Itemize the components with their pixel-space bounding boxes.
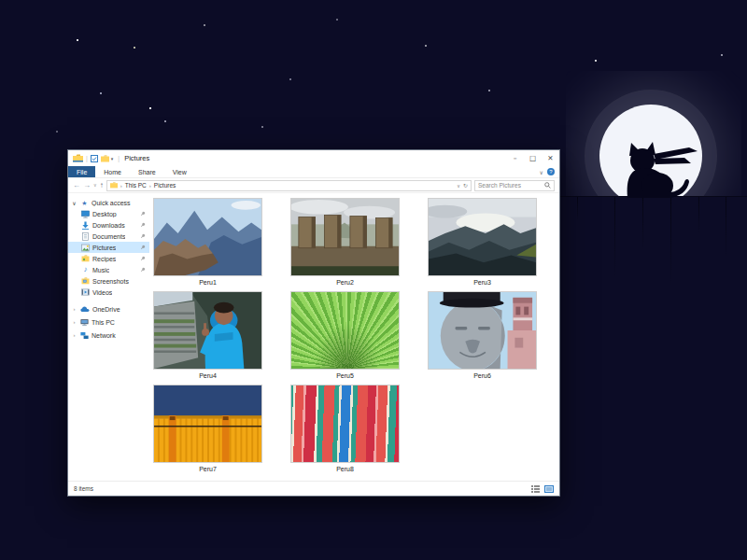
file-thumbnail-peru4 (153, 291, 262, 370)
sidebar-item-quick-access[interactable]: ∨ ★ Quick access (68, 197, 149, 208)
chevron-right-icon[interactable]: › (71, 319, 78, 325)
maximize-button[interactable]: □ (524, 150, 542, 166)
file-name: Peru2 (290, 278, 400, 287)
file-thumbnail-peru6 (428, 291, 537, 370)
this-pc-icon (80, 318, 89, 327)
minimize-button[interactable]: – (506, 150, 524, 166)
recipes-folder-icon (81, 255, 90, 262)
music-note-icon: ♪ (81, 266, 90, 273)
file-thumbnail-peru7 (153, 385, 262, 463)
quick-access-star-icon: ★ (80, 200, 89, 206)
file-name: Peru7 (153, 465, 262, 473)
address-dropdown-icon[interactable]: ∨ (457, 183, 460, 189)
sidebar-item-pictures[interactable]: Pictures (68, 242, 149, 253)
divider: | (86, 155, 88, 161)
breadcrumb-separator: › (120, 183, 122, 189)
properties-icon[interactable] (91, 155, 98, 162)
sidebar-item-music[interactable]: ♪ Music (68, 264, 149, 275)
chevron-right-icon[interactable]: › (71, 332, 78, 338)
sidebar-item-downloads[interactable]: Downloads (68, 219, 149, 231)
tab-home[interactable]: Home (95, 166, 130, 177)
file-name: Peru5 (290, 371, 400, 380)
new-folder-icon[interactable] (101, 155, 109, 162)
downloads-icon (81, 221, 90, 230)
sidebar-item-recipes[interactable]: Recipes (68, 253, 149, 264)
tab-share[interactable]: Share (130, 166, 164, 177)
pin-icon (140, 211, 146, 217)
pictures-icon (81, 244, 90, 252)
file-name: Peru8 (290, 465, 400, 473)
navigation-pane: ∨ ★ Quick access Desktop Downloads Docum… (68, 193, 149, 481)
window-title: Pictures (124, 154, 149, 162)
status-bar: 8 items (68, 481, 559, 496)
qat-customize-caret[interactable]: ▾ (111, 156, 114, 161)
sidebar-item-network[interactable]: › Network (68, 329, 149, 341)
divider: | (118, 155, 120, 161)
ninja-cat-silhouette-icon (603, 140, 700, 198)
refresh-icon[interactable]: ↻ (463, 182, 468, 189)
forward-icon[interactable]: → (83, 182, 91, 189)
search-icon[interactable] (544, 182, 551, 189)
sidebar-item-videos[interactable]: Videos (68, 287, 149, 298)
file-item[interactable]: Peru6 (428, 291, 537, 380)
pin-icon (140, 256, 146, 261)
pin-icon (140, 267, 146, 273)
details-view-icon[interactable] (531, 485, 540, 493)
stars (0, 0, 2, 2)
up-icon[interactable]: ↑ (100, 182, 104, 189)
tab-view[interactable]: View (164, 166, 195, 177)
large-icons-view-icon[interactable] (544, 485, 554, 493)
file-item[interactable]: Peru1 (153, 198, 262, 287)
pin-icon (140, 222, 146, 228)
expand-ribbon-icon[interactable]: ∨ (540, 169, 543, 175)
file-name: Peru6 (428, 371, 537, 380)
file-item[interactable]: Peru5 (290, 291, 400, 380)
recent-locations-icon[interactable]: ∨ (93, 183, 97, 188)
file-item[interactable]: Peru7 (153, 385, 262, 473)
desktop-icon (81, 210, 90, 218)
file-name: Peru4 (153, 371, 262, 380)
pin-icon (140, 245, 146, 250)
breadcrumb-pictures[interactable]: Pictures (154, 182, 176, 189)
file-explorer-window: | ▾ | Pictures – □ ✕ File Home Share Vie… (67, 149, 560, 497)
file-name: Peru1 (153, 278, 262, 287)
sidebar-item-screenshots[interactable]: Screenshots (68, 275, 149, 287)
title-bar: | ▾ | Pictures – □ ✕ (68, 150, 559, 166)
folder-location-icon (110, 182, 118, 189)
file-name: Peru3 (428, 278, 537, 287)
breadcrumb-separator: › (149, 183, 151, 189)
pin-icon (140, 233, 146, 239)
address-bar: ← → ∨ ↑ › This PC › Pictures ∨ ↻ (68, 178, 559, 193)
ribbon-tabs: File Home Share View ∨ ? (68, 166, 559, 178)
file-thumbnail-peru3 (428, 198, 537, 276)
file-thumbnail-peru1 (153, 198, 262, 276)
videos-icon (81, 288, 90, 296)
window-content: ∨ ★ Quick access Desktop Downloads Docum… (68, 193, 559, 481)
search-container (474, 180, 555, 191)
file-item[interactable]: Peru4 (153, 291, 262, 380)
screenshots-folder-icon (81, 277, 90, 285)
file-item[interactable]: Peru3 (428, 198, 537, 287)
items-count: 8 items (74, 485, 93, 492)
back-icon[interactable]: ← (73, 182, 80, 189)
file-thumbnail-peru2 (290, 198, 400, 276)
file-thumbnail-peru5 (290, 291, 400, 370)
chevron-down-icon[interactable]: ∨ (71, 200, 78, 206)
tab-file[interactable]: File (68, 166, 95, 177)
file-item[interactable]: Peru8 (290, 385, 400, 473)
sidebar-item-documents[interactable]: Documents (68, 231, 149, 242)
file-item[interactable]: Peru2 (290, 198, 400, 287)
search-input[interactable] (478, 182, 544, 189)
sidebar-item-desktop[interactable]: Desktop (68, 208, 149, 219)
onedrive-cloud-icon (80, 306, 90, 313)
address-input[interactable]: › This PC › Pictures ∨ ↻ (106, 180, 472, 191)
sidebar-item-this-pc[interactable]: › This PC (68, 316, 149, 328)
chevron-right-icon[interactable]: › (71, 306, 78, 312)
sidebar-item-onedrive[interactable]: › OneDrive (68, 303, 149, 315)
window-controls: – □ ✕ (506, 150, 559, 166)
breadcrumb-this-pc[interactable]: This PC (125, 182, 147, 189)
file-grid: Peru1 (149, 193, 559, 481)
close-button[interactable]: ✕ (542, 150, 559, 166)
documents-icon (81, 232, 90, 241)
help-icon[interactable]: ? (547, 168, 555, 175)
